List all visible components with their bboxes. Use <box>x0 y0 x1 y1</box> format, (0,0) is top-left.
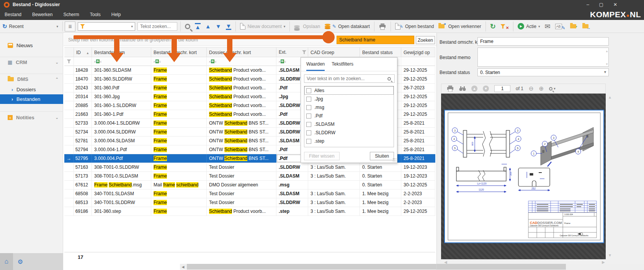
checkbox-icon[interactable] <box>306 88 311 93</box>
menu-help[interactable]: Help <box>111 12 121 17</box>
checkbox-icon[interactable] <box>306 122 311 127</box>
menu-tools[interactable]: Tools <box>90 12 101 17</box>
memo-scroll-up-icon[interactable]: ▲ <box>605 49 608 53</box>
search-button[interactable] <box>183 21 193 32</box>
popup-search-input[interactable] <box>304 74 395 83</box>
sidebar-item-bestanden[interactable]: › Bestanden <box>0 94 63 104</box>
table-row[interactable]: 68513340-T001.SLDDRWFrameTest Dossier.SL… <box>64 198 435 207</box>
printer-icon[interactable] <box>447 86 454 92</box>
chevron-down-icon[interactable]: ▼ <box>603 70 607 74</box>
zoeken-button[interactable]: Zoeken <box>416 36 435 44</box>
option-pdf[interactable]: .Pdf <box>304 112 394 120</box>
print-button[interactable] <box>376 21 389 32</box>
menu-bewerken[interactable]: Bewerken <box>32 12 52 17</box>
maximize-button[interactable]: ▢ <box>599 2 603 7</box>
page-down-button[interactable]: ▼ <box>483 86 489 92</box>
tab-tekstfilters[interactable]: Tekstfilters <box>332 61 353 71</box>
zoom-in-icon[interactable]: ⊕ <box>539 85 544 92</box>
sidebar-group-notities[interactable]: ≡ Notities ⌄ <box>0 113 63 122</box>
rename-button[interactable]: AB ✎ <box>553 21 568 32</box>
zoom-mode-button[interactable]: ▾ <box>549 87 556 91</box>
filter-cell-id[interactable] <box>74 57 92 66</box>
filter-cell-dossier[interactable]: ᴀBᴄ <box>207 57 276 66</box>
column-filter-icon[interactable] <box>302 50 306 54</box>
svg-text:5: 5 <box>517 147 518 150</box>
move-folder-button[interactable]: → <box>580 21 593 32</box>
checkbox-icon[interactable] <box>306 97 311 102</box>
page-number-input[interactable] <box>494 85 510 92</box>
go-first-button[interactable]: ▲ <box>193 21 203 32</box>
menu-scherm[interactable]: Scherm <box>63 12 79 17</box>
sidebar-item-dossiers[interactable]: › Dossiers <box>0 85 63 94</box>
horizontal-scrollbar[interactable]: ◀ <box>180 264 644 270</box>
option-slddrw[interactable]: .SLDDRW <box>304 128 394 137</box>
sidebar-item-nieuws[interactable]: Nieuws <box>0 41 63 50</box>
opslaan-button[interactable]: Opslaan <box>292 21 322 32</box>
go-last-button[interactable]: ▼ <box>224 21 234 32</box>
scroll-left-icon[interactable]: ◀ <box>180 265 186 269</box>
minimize-button[interactable]: – <box>587 2 589 7</box>
go-prev-button[interactable]: ▲ <box>203 21 213 32</box>
column-header-bestand-status[interactable]: Bestand status <box>360 48 401 57</box>
column-header-id[interactable]: ID▲ <box>74 48 92 57</box>
open-bestand-button[interactable]: ✎ Open bestand <box>393 21 436 32</box>
table-row[interactable]: 67612Frame Schietband.msgMail frame schi… <box>64 181 435 189</box>
list-view-button[interactable]: ≣ <box>65 21 75 31</box>
column-header-dossier-omschr[interactable]: Dossier omschr. kort <box>207 48 276 57</box>
actie-button[interactable]: ▶ Actie ▾ <box>515 21 542 32</box>
omschr-input[interactable] <box>477 37 609 46</box>
page-up-button[interactable]: ▲ <box>471 86 477 92</box>
nieuw-document-button[interactable]: Nieuw document ▾ <box>238 21 288 32</box>
checkbox-icon[interactable] <box>306 139 311 144</box>
option-sldasm[interactable]: .SLDASM <box>304 120 394 128</box>
option-step[interactable]: .step <box>304 137 394 145</box>
open-verkenner-button[interactable]: ↱ Open verkenner <box>436 21 483 32</box>
preview-scroll-left-icon[interactable]: ◀ <box>444 260 447 264</box>
status-select[interactable] <box>477 68 609 76</box>
zoom-out-icon[interactable]: ⊖ <box>529 85 534 92</box>
refresh-button[interactable]: ↻ <box>488 21 498 32</box>
go-next-button[interactable]: ▼ <box>213 21 224 32</box>
column-header-ext[interactable]: Ext. <box>276 48 308 57</box>
table-row[interactable]: 69186301-360.stepFrameSchietband Product… <box>64 207 435 216</box>
close-button[interactable]: ✕ <box>613 2 617 7</box>
settings-button[interactable]: ⚙ <box>13 253 28 270</box>
filter-row-funnel[interactable] <box>64 57 74 66</box>
filter-dropdown[interactable]: ▾ <box>78 22 135 31</box>
scrollbar-thumb[interactable] <box>187 264 566 270</box>
open-datakaart-button[interactable]: ✎ Open datakaart <box>322 21 372 32</box>
column-header-cad-groep[interactable]: CAD Groep <box>308 48 360 57</box>
sluiten-button[interactable]: Sluiten <box>370 152 394 160</box>
preview-scroll-up-icon[interactable]: ▲ <box>608 95 612 99</box>
sidebar-group-crm[interactable]: ▦ CRM ⌄ <box>0 58 63 67</box>
option-msg[interactable]: .msg <box>304 103 394 112</box>
annotation-arrow-shaft <box>227 35 232 53</box>
table-row[interactable]: 68508340-T001.SLDASMFrameTest Dossier.SL… <box>64 189 435 198</box>
column-header-gewijzigd-op[interactable]: Gewijzigd op <box>401 48 435 57</box>
filter-cell-datum[interactable] <box>401 57 435 66</box>
checkin-folder-button[interactable]: ✓ <box>568 21 580 32</box>
binoculars-icon[interactable] <box>459 86 466 91</box>
table-row[interactable]: 57173308-T001-0.SLDASMFrameTest Dossier.… <box>64 172 435 181</box>
home-button[interactable]: ⌂ <box>0 253 13 270</box>
clear-filter-button[interactable]: ✕ <box>498 21 511 32</box>
quick-search-input[interactable] <box>337 36 414 44</box>
preview-scroll-down-icon[interactable]: ▼ <box>608 253 612 257</box>
checkbox-icon[interactable] <box>306 130 311 135</box>
tab-waarden[interactable]: Waarden <box>306 61 325 71</box>
resize-grip[interactable] <box>392 158 396 162</box>
memo-textarea[interactable] <box>477 48 609 67</box>
option-alles[interactable]: Alles <box>304 86 394 95</box>
sidebar-group-dms[interactable]: DMS ⌃ <box>0 74 63 84</box>
memo-scroll-down-icon[interactable]: ▼ <box>605 63 608 66</box>
menu-bestand[interactable]: Bestand <box>5 12 21 17</box>
table-row[interactable]: 57163308-T001-0.SLDDRWFrameTest Dossier.… <box>64 163 435 172</box>
checkbox-icon[interactable] <box>306 114 311 119</box>
filter-wissen-button[interactable]: Filter wissen <box>304 152 340 160</box>
mail-button[interactable]: ✉ <box>542 21 552 32</box>
option-jpg[interactable]: .Jpg <box>304 95 394 103</box>
recent-dropdown[interactable]: ↻ Recent ▾ <box>0 21 60 32</box>
checkbox-icon[interactable] <box>306 105 311 110</box>
text-search-input[interactable] <box>137 22 177 31</box>
preview-scroll-right-icon[interactable]: ▶ <box>602 260 605 264</box>
